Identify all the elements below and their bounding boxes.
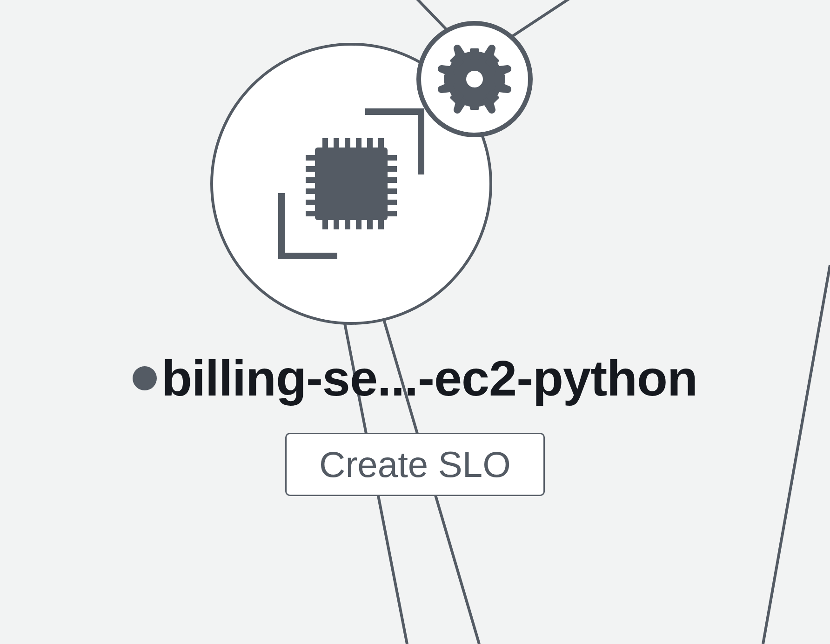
svg-rect-35	[444, 74, 455, 84]
svg-rect-34	[470, 99, 479, 110]
svg-rect-21	[306, 177, 315, 183]
settings-badge[interactable]	[419, 23, 530, 135]
svg-rect-10	[356, 138, 361, 148]
svg-rect-8	[334, 138, 339, 148]
svg-line-2	[763, 265, 830, 644]
svg-rect-9	[345, 138, 350, 148]
create-slo-button[interactable]: Create SLO	[285, 433, 545, 496]
svg-rect-36	[494, 74, 505, 84]
svg-rect-11	[367, 138, 373, 148]
svg-rect-33	[470, 48, 479, 60]
svg-rect-23	[306, 200, 315, 205]
svg-rect-12	[378, 138, 384, 148]
svg-rect-15	[345, 220, 350, 229]
service-graph-canvas	[0, 0, 830, 644]
svg-rect-25	[388, 155, 397, 161]
svg-rect-14	[334, 220, 339, 229]
svg-rect-13	[322, 220, 328, 229]
service-node-title[interactable]: billing-se...-ec2-python	[0, 349, 830, 407]
svg-rect-16	[356, 220, 361, 229]
svg-rect-26	[388, 166, 397, 172]
svg-rect-6	[315, 148, 388, 220]
svg-rect-28	[388, 188, 397, 194]
svg-rect-27	[388, 177, 397, 183]
svg-rect-30	[388, 211, 397, 216]
svg-rect-20	[306, 166, 315, 172]
svg-rect-17	[367, 220, 373, 229]
svg-rect-24	[306, 211, 315, 216]
service-node-name: billing-se...-ec2-python	[161, 350, 697, 406]
svg-rect-22	[306, 188, 315, 194]
svg-rect-29	[388, 200, 397, 205]
svg-rect-7	[322, 138, 328, 148]
svg-rect-19	[306, 155, 315, 161]
svg-rect-18	[378, 220, 384, 229]
svg-point-41	[466, 71, 483, 87]
status-dot-icon	[133, 366, 157, 390]
